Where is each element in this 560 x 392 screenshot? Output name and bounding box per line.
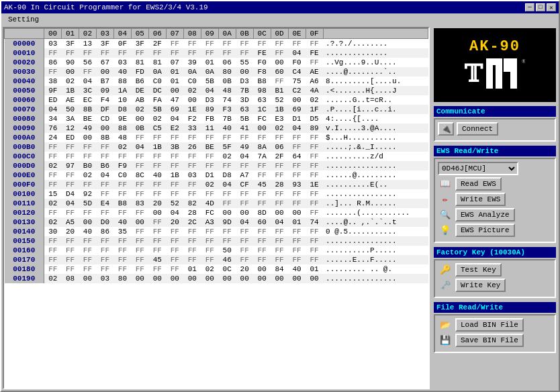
hex-cell[interactable]: FF — [271, 133, 288, 142]
hex-cell[interactable]: FF — [236, 161, 253, 170]
hex-cell[interactable]: 0F — [113, 39, 131, 49]
hex-cell[interactable]: 1E — [306, 180, 323, 189]
hex-cell[interactable]: 48 — [113, 133, 131, 142]
hex-cell[interactable]: 40 — [218, 124, 236, 133]
hex-cell[interactable]: FF — [166, 180, 183, 189]
hex-cell[interactable]: 90 — [62, 58, 79, 67]
hex-scroll-area[interactable]: 000102030405060708090A0B0C0D0E0F 0000003… — [4, 28, 428, 388]
close-button[interactable]: ✕ — [547, 3, 556, 11]
hex-cell[interactable]: FF — [113, 208, 131, 217]
hex-cell[interactable]: FF — [201, 189, 218, 199]
hex-cell[interactable]: FF — [288, 39, 306, 49]
load-bin-button[interactable]: Load BIN File — [455, 318, 524, 332]
hex-cell[interactable]: FF — [201, 48, 218, 58]
hex-cell[interactable]: 81 — [148, 58, 166, 67]
hex-cell[interactable]: 02 — [44, 217, 62, 227]
hex-cell[interactable]: DC — [148, 86, 166, 95]
hex-cell[interactable]: 33 — [183, 124, 201, 133]
hex-cell[interactable]: E3 — [271, 114, 288, 124]
hex-cell[interactable]: FF — [306, 246, 323, 255]
hex-cell[interactable]: D8 — [113, 105, 131, 114]
hex-cell[interactable]: 5F — [218, 142, 236, 152]
hex-cell[interactable]: 00 — [288, 274, 306, 283]
hex-cell[interactable]: FF — [306, 152, 323, 161]
hex-cell[interactable]: 02 — [306, 95, 323, 105]
hex-cell[interactable]: FA — [148, 95, 166, 105]
hex-cell[interactable]: 0A — [201, 67, 218, 77]
hex-cell[interactable]: 3A — [62, 114, 79, 124]
hex-cell[interactable]: FF — [96, 208, 113, 217]
hex-cell[interactable]: FF — [113, 246, 131, 255]
hex-cell[interactable]: B1 — [271, 86, 288, 95]
hex-cell[interactable]: FF — [218, 189, 236, 199]
hex-cell[interactable]: A7 — [236, 170, 253, 180]
hex-cell[interactable]: C4 — [288, 67, 306, 77]
hex-cell[interactable]: FF — [253, 39, 271, 49]
hex-cell[interactable]: B7 — [96, 77, 113, 86]
hex-cell[interactable]: FF — [271, 246, 288, 255]
hex-cell[interactable]: FF — [201, 39, 218, 49]
hex-cell[interactable]: FF — [288, 170, 306, 180]
hex-cell[interactable]: 08 — [62, 274, 79, 283]
hex-cell[interactable]: 00 — [131, 114, 148, 124]
hex-cell[interactable]: 1B — [166, 170, 183, 180]
hex-cell[interactable]: 20 — [148, 199, 166, 208]
hex-cell[interactable]: FF — [271, 227, 288, 236]
hex-cell[interactable]: FF — [271, 161, 288, 170]
hex-cell[interactable]: FF — [288, 255, 306, 264]
hex-cell[interactable]: FF — [44, 208, 62, 217]
hex-cell[interactable]: 9E — [113, 114, 131, 124]
hex-cell[interactable]: CF — [236, 180, 253, 189]
hex-cell[interactable]: 00 — [253, 274, 271, 283]
hex-cell[interactable]: 0A — [148, 67, 166, 77]
hex-cell[interactable]: F9 — [113, 161, 131, 170]
hex-cell[interactable]: AB — [131, 95, 148, 105]
hex-cell[interactable]: ED — [62, 133, 79, 142]
hex-cell[interactable]: FF — [271, 39, 288, 49]
hex-cell[interactable]: 00 — [96, 124, 113, 133]
hex-cell[interactable]: F0 — [253, 58, 271, 67]
write-key-button[interactable]: Write Key — [455, 279, 506, 292]
hex-cell[interactable]: FF — [79, 246, 96, 255]
hex-cell[interactable]: 00 — [131, 274, 148, 283]
hex-cell[interactable]: FF — [79, 264, 96, 274]
hex-cell[interactable]: 88 — [113, 124, 131, 133]
hex-cell[interactable]: 02 — [44, 274, 62, 283]
hex-cell[interactable]: C5 — [148, 124, 166, 133]
hex-cell[interactable]: 35 — [113, 227, 131, 236]
hex-cell[interactable]: FF — [62, 264, 79, 274]
hex-cell[interactable]: 63 — [236, 105, 253, 114]
hex-cell[interactable]: 00 — [236, 67, 253, 77]
hex-cell[interactable]: 01 — [166, 67, 183, 77]
hex-cell[interactable]: 81 — [131, 58, 148, 67]
hex-cell[interactable]: FF — [236, 133, 253, 142]
hex-cell[interactable]: D8 — [218, 170, 236, 180]
hex-cell[interactable]: FF — [201, 133, 218, 142]
hex-cell[interactable]: 1B — [148, 142, 166, 152]
hex-cell[interactable]: 0C — [218, 264, 236, 274]
hex-cell[interactable]: D5 — [306, 114, 323, 124]
hex-cell[interactable]: 1A — [113, 86, 131, 95]
hex-cell[interactable]: 84 — [271, 264, 288, 274]
hex-cell[interactable]: A6 — [306, 77, 323, 86]
hex-cell[interactable]: FF — [306, 133, 323, 142]
hex-cell[interactable]: 7A — [253, 152, 271, 161]
hex-cell[interactable]: 02 — [62, 77, 79, 86]
hex-cell[interactable]: 9D — [218, 217, 236, 227]
hex-cell[interactable]: A3 — [201, 217, 218, 227]
hex-cell[interactable]: FF — [166, 48, 183, 58]
hex-cell[interactable]: FE — [306, 48, 323, 58]
hex-cell[interactable]: FF — [166, 246, 183, 255]
hex-cell[interactable]: 40 — [79, 227, 96, 236]
hex-cell[interactable]: 02 — [131, 105, 148, 114]
hex-cell[interactable]: 01 — [183, 264, 201, 274]
hex-cell[interactable]: FF — [288, 246, 306, 255]
hex-cell[interactable]: FF — [183, 133, 201, 142]
hex-cell[interactable]: FF — [131, 152, 148, 161]
connect-button[interactable]: Connect — [457, 122, 498, 136]
hex-cell[interactable]: 1C — [253, 105, 271, 114]
hex-cell[interactable]: 03 — [113, 58, 131, 67]
hex-cell[interactable]: FF — [131, 48, 148, 58]
hex-cell[interactable]: FF — [96, 264, 113, 274]
hex-cell[interactable]: 97 — [62, 161, 79, 170]
